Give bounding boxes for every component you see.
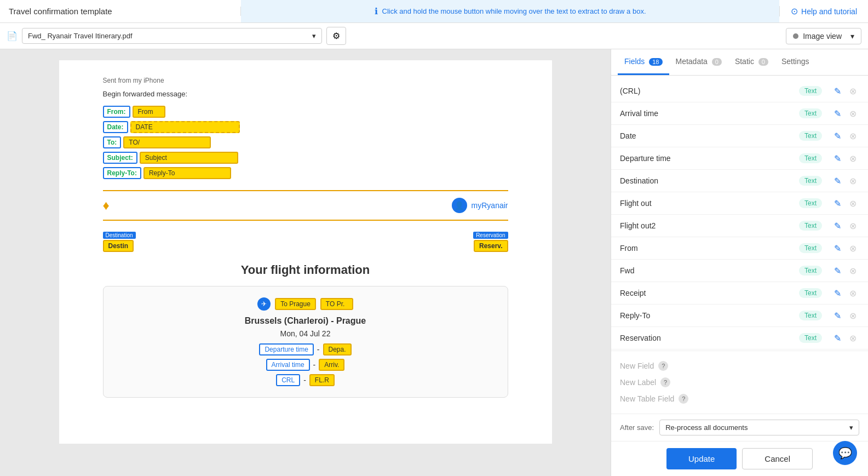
subject-value[interactable]: Subject bbox=[140, 152, 238, 164]
info-icon: ℹ bbox=[375, 6, 378, 16]
flight-card: ✈ To Prague TO Pr. Brussels (Charleroi) … bbox=[103, 286, 508, 398]
static-count-badge: 0 bbox=[758, 58, 768, 66]
to-row: To: TO/ bbox=[103, 136, 508, 148]
field-name: (CRL) bbox=[620, 87, 795, 95]
new-table-help[interactable]: ? bbox=[679, 394, 688, 404]
to-label: To: bbox=[103, 136, 122, 148]
to-value[interactable]: TO/ bbox=[123, 136, 211, 148]
list-item: Arrival time Text ✎ ⊗ bbox=[611, 102, 868, 125]
field-edit-button[interactable]: ✎ bbox=[831, 107, 844, 120]
field-name: Arrival time bbox=[620, 109, 795, 118]
file-dropdown[interactable]: Fwd_ Ryanair Travel Itinerary.pdf ▾ bbox=[22, 28, 322, 44]
field-remove-button[interactable]: ⊗ bbox=[846, 197, 859, 210]
field-remove-button[interactable]: ⊗ bbox=[846, 219, 859, 232]
field-edit-button[interactable]: ✎ bbox=[831, 197, 844, 210]
field-edit-button[interactable]: ✎ bbox=[831, 309, 844, 322]
field-remove-button[interactable]: ⊗ bbox=[846, 152, 859, 165]
list-item: Flight out Text ✎ ⊗ bbox=[611, 192, 868, 215]
arrival-time-row: Arrival time - Arriv. bbox=[266, 359, 345, 371]
doc-scroll-area[interactable]: Sent from my iPhone Begin forwarded mess… bbox=[0, 49, 611, 476]
field-actions: ✎ ⊗ bbox=[831, 174, 859, 187]
chevron-down-icon: ▾ bbox=[312, 32, 316, 40]
field-edit-button[interactable]: ✎ bbox=[831, 129, 844, 142]
field-type-badge: Text bbox=[799, 288, 822, 298]
arrival-value[interactable]: Arriv. bbox=[319, 359, 344, 371]
field-name: Departure time bbox=[620, 154, 795, 163]
view-dropdown[interactable]: Image view ▾ bbox=[786, 28, 861, 44]
destination-tag: Destination Destin bbox=[103, 232, 136, 252]
fields-bottom: New Field ? New Label ? New Table Field … bbox=[611, 351, 868, 414]
help-icon: ⊙ bbox=[791, 6, 798, 16]
from-label: From: bbox=[103, 106, 130, 118]
after-save-row: After save: Re-process all documents ▾ bbox=[611, 414, 868, 441]
settings-icon-button[interactable]: ⚙ bbox=[326, 27, 346, 45]
flight-to-value[interactable]: TO Pr. bbox=[320, 298, 353, 310]
tab-settings[interactable]: Settings bbox=[775, 49, 816, 75]
doc-page: Sent from my iPhone Begin forwarded mess… bbox=[59, 60, 552, 444]
field-actions: ✎ ⊗ bbox=[831, 84, 859, 98]
fields-list: (CRL) Text ✎ ⊗ Arrival time Text ✎ ⊗ Dat… bbox=[611, 76, 868, 351]
info-banner: ℹ Click and hold the mouse button while … bbox=[241, 0, 779, 22]
tab-static[interactable]: Static 0 bbox=[728, 49, 775, 75]
field-type-badge: Text bbox=[799, 311, 822, 320]
file-icon: 📄 bbox=[7, 31, 18, 41]
field-edit-button[interactable]: ✎ bbox=[831, 219, 844, 232]
field-type-badge: Text bbox=[799, 333, 822, 343]
field-remove-button[interactable]: ⊗ bbox=[846, 174, 859, 187]
field-edit-button[interactable]: ✎ bbox=[831, 286, 844, 300]
reservation-value-box[interactable]: Reserv. bbox=[474, 240, 508, 252]
flight-date: Mon, 04 Jul 22 bbox=[114, 329, 497, 338]
field-edit-button[interactable]: ✎ bbox=[831, 331, 844, 345]
field-edit-button[interactable]: ✎ bbox=[831, 242, 844, 255]
departure-value[interactable]: Depa. bbox=[323, 343, 352, 355]
chat-button[interactable]: 💬 bbox=[833, 441, 857, 465]
replyto-row: Reply-To: Reply-To bbox=[103, 167, 508, 179]
from-value[interactable]: From bbox=[133, 106, 165, 118]
new-label-help[interactable]: ? bbox=[660, 377, 670, 387]
list-item: From Text ✎ ⊗ bbox=[611, 237, 868, 260]
forwarded-text: Begin forwarded message: bbox=[103, 90, 508, 98]
field-remove-button[interactable]: ⊗ bbox=[846, 309, 859, 322]
cancel-button[interactable]: Cancel bbox=[742, 448, 813, 469]
subject-label: Subject: bbox=[103, 152, 137, 164]
field-edit-button[interactable]: ✎ bbox=[831, 264, 844, 277]
view-chevron-icon: ▾ bbox=[850, 32, 854, 41]
date-value[interactable]: DATE bbox=[130, 121, 240, 133]
fields-count-badge: 18 bbox=[649, 58, 662, 66]
replyto-value[interactable]: Reply-To bbox=[143, 167, 231, 179]
field-remove-button[interactable]: ⊗ bbox=[846, 331, 859, 345]
field-remove-button[interactable]: ⊗ bbox=[846, 286, 859, 300]
field-edit-button[interactable]: ✎ bbox=[831, 152, 844, 165]
after-save-dropdown[interactable]: Re-process all documents ▾ bbox=[659, 420, 859, 435]
departure-time-row: Departure time - Depa. bbox=[259, 343, 351, 355]
app-title: Travel confirmation template bbox=[0, 7, 241, 16]
field-remove-button[interactable]: ⊗ bbox=[846, 242, 859, 255]
field-edit-button[interactable]: ✎ bbox=[831, 174, 844, 187]
new-field-help[interactable]: ? bbox=[658, 361, 668, 371]
field-remove-button[interactable]: ⊗ bbox=[846, 84, 859, 98]
subject-row: Subject: Subject bbox=[103, 152, 508, 164]
file-selector-area: 📄 Fwd_ Ryanair Travel Itinerary.pdf ▾ ⚙ bbox=[7, 27, 346, 45]
field-type-badge: Text bbox=[799, 176, 822, 186]
field-name: Flight out bbox=[620, 199, 795, 208]
field-remove-button[interactable]: ⊗ bbox=[846, 107, 859, 120]
list-item: Destination Text ✎ ⊗ bbox=[611, 170, 868, 192]
list-item: Receipt Text ✎ ⊗ bbox=[611, 282, 868, 305]
destination-value-box[interactable]: Destin bbox=[103, 240, 134, 252]
tab-metadata[interactable]: Metadata 0 bbox=[669, 49, 728, 75]
crl-value[interactable]: FL.R bbox=[309, 374, 335, 386]
help-tutorial-link[interactable]: ⊙ Help and tutorial bbox=[779, 6, 868, 16]
field-edit-button[interactable]: ✎ bbox=[831, 84, 844, 98]
field-remove-button[interactable]: ⊗ bbox=[846, 129, 859, 142]
crl-label: CRL bbox=[276, 374, 300, 386]
arrival-label: Arrival time bbox=[266, 359, 310, 371]
field-type-badge: Text bbox=[799, 86, 822, 96]
crl-row: CRL - FL.R bbox=[276, 374, 335, 386]
field-name: Flight out2 bbox=[620, 221, 795, 230]
field-name: Receipt bbox=[620, 289, 795, 297]
tab-fields[interactable]: Fields 18 bbox=[618, 49, 669, 75]
list-item: Flight out2 Text ✎ ⊗ bbox=[611, 215, 868, 237]
field-remove-button[interactable]: ⊗ bbox=[846, 264, 859, 277]
update-button[interactable]: Update bbox=[666, 448, 737, 469]
flight-to-label: To Prague bbox=[275, 298, 316, 310]
